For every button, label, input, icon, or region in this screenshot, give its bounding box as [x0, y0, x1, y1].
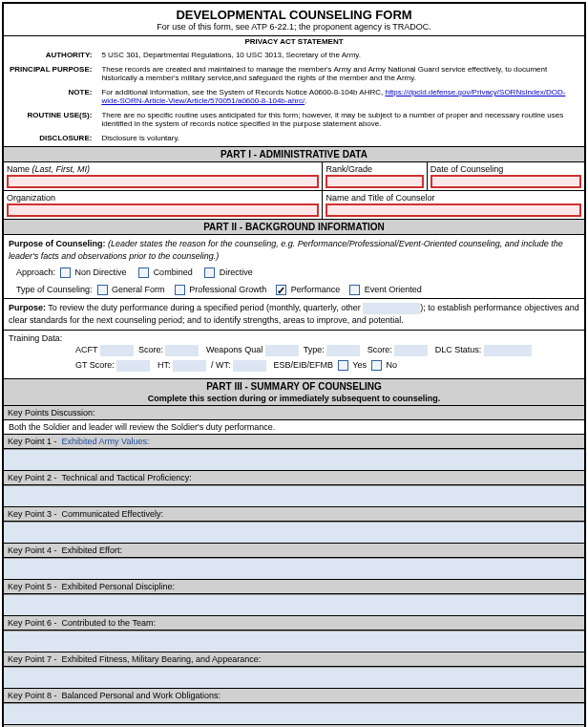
form-subtitle: For use of this form, see ATP 6-22.1; th… [4, 22, 584, 36]
training-data-label: Training Data: [9, 333, 62, 343]
kp4-input[interactable] [4, 558, 584, 579]
part1-heading: PART I - ADMINISTRATIVE DATA [4, 146, 584, 162]
purpose-text: These records are created and maintained… [97, 63, 582, 84]
checkbox-combined[interactable] [138, 267, 149, 278]
date-label: Date of Counseling [430, 164, 504, 174]
kp7-input[interactable] [4, 667, 584, 688]
routine-label: ROUTINE USE(S): [6, 109, 95, 130]
part3-sub: Complete this section during or immediat… [4, 394, 584, 406]
type-label: Type of Counseling: [16, 285, 93, 294]
kp6-title: Contributed to the Team: [62, 618, 156, 628]
dlc-input[interactable] [484, 345, 532, 356]
kp3-input[interactable] [4, 522, 584, 543]
purpose-label: PRINCIPAL PURPOSE: [6, 63, 95, 84]
privacy-heading: PRIVACY ACT STATEMENT [4, 36, 584, 47]
acft-score-input[interactable] [165, 345, 199, 356]
rank-input[interactable] [326, 175, 423, 188]
kp3-title: Communicated Effectively: [62, 509, 163, 519]
date-input[interactable] [430, 175, 581, 188]
part3-heading: PART III - SUMMARY OF COUNSELING [4, 378, 584, 394]
checkbox-event-oriented[interactable] [349, 285, 360, 295]
name-input[interactable] [7, 175, 319, 188]
acft-input[interactable] [100, 345, 134, 356]
weapons-score-input[interactable] [394, 345, 428, 356]
disclosure-label: DISCLOSURE: [6, 132, 95, 144]
weapons-type-input[interactable] [326, 345, 360, 356]
wt-input[interactable] [233, 360, 266, 372]
part2-heading: PART II - BACKGROUND INFORMATION [4, 219, 584, 235]
kp1-input[interactable] [4, 449, 584, 470]
rank-label: Rank/Grade [326, 164, 372, 174]
purpose-counseling-label: Purpose of Counseling: [9, 239, 106, 248]
org-label: Organization [7, 193, 55, 203]
kp2-title: Technical and Tactical Proficiency: [61, 473, 191, 482]
disclosure-text: Disclosure is voluntary. [97, 132, 582, 144]
checkbox-esb-yes[interactable] [338, 360, 348, 371]
checkbox-esb-no[interactable] [371, 360, 382, 371]
kp7-title: Exhibited Fitness, Military Bearing, and… [62, 654, 262, 664]
org-input[interactable] [7, 203, 319, 217]
period-other-input[interactable] [363, 303, 420, 314]
kp4-title: Exhibited Effort: [62, 545, 122, 555]
counselor-label: Name and Title of Counselor [326, 193, 434, 203]
counselor-input[interactable] [326, 203, 581, 217]
kpd-text: Both the Soldier and leader will review … [4, 420, 584, 434]
form-title: DEVELOPMENTAL COUNSELING FORM [4, 4, 584, 22]
checkbox-directive[interactable] [204, 267, 215, 278]
routine-text: There are no specific routine uses antic… [97, 109, 582, 130]
kp8-input[interactable] [4, 703, 584, 724]
gt-input[interactable] [116, 360, 150, 372]
kp1-title: Exhibited Army Values: [62, 437, 150, 446]
kp5-title: Exhibited Personal Discipline: [62, 582, 176, 591]
form-page: DEVELOPMENTAL COUNSELING FORM For use of… [2, 2, 586, 727]
kpd-header: Key Points Discussion: [4, 406, 584, 420]
checkbox-performance[interactable] [276, 285, 286, 295]
kp6-input[interactable] [4, 631, 584, 652]
purpose-label2: Purpose: [9, 303, 46, 312]
checkbox-general-form[interactable] [97, 285, 108, 295]
checkbox-professional-growth[interactable] [175, 285, 185, 295]
name-label: Name (Last, First, MI) [7, 164, 90, 174]
authority-label: AUTHORITY: [6, 49, 95, 61]
approach-label: Approach: [16, 267, 55, 277]
other-heading: OTHER INSTRUCTIONS [4, 724, 584, 727]
kp5-input[interactable] [4, 594, 584, 615]
ht-input[interactable] [173, 360, 206, 372]
privacy-table: AUTHORITY:5 USC 301, Departmental Regula… [4, 47, 584, 146]
authority-text: 5 USC 301, Departmental Regulations, 10 … [97, 49, 582, 61]
note-text: For additional information, see the Syst… [97, 86, 582, 107]
checkbox-non-directive[interactable] [60, 267, 71, 278]
note-label: NOTE: [6, 86, 95, 107]
kp2-input[interactable] [4, 485, 584, 506]
kp8-title: Balanced Personal and Work Obligations: [62, 691, 220, 700]
weapons-input[interactable] [265, 345, 299, 356]
